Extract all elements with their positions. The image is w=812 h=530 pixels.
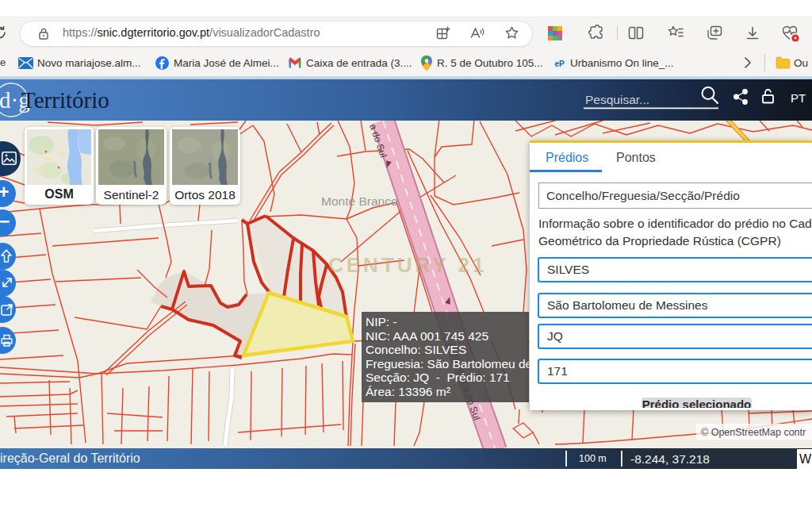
svg-text:Secção: JQ - Prédio: 171: Secção: JQ - Prédio: 171 bbox=[366, 371, 510, 384]
svg-text:CENTURY 21: CENTURY 21 bbox=[328, 253, 487, 277]
svg-text:Território: Território bbox=[21, 87, 109, 113]
svg-text:PT: PT bbox=[791, 91, 806, 105]
svg-text:Monte Branco: Monte Branco bbox=[321, 194, 398, 208]
svg-text:NIP: -: NIP: - bbox=[366, 315, 397, 328]
svg-text:© OpenStreetMap contr: © OpenStreetMap contr bbox=[701, 427, 806, 438]
svg-text:Pesquisar...: Pesquisar... bbox=[585, 93, 649, 106]
svg-text:NIC: AAA 001 745 425: NIC: AAA 001 745 425 bbox=[366, 329, 488, 343]
svg-text:Freguesia: São Bartolomeu de: Freguesia: São Bartolomeu de bbox=[366, 357, 532, 371]
svg-text:Área: 13396 m²: Área: 13396 m² bbox=[366, 385, 450, 398]
svg-text:eP: eP bbox=[554, 60, 565, 68]
svg-text:Concelho: SILVES: Concelho: SILVES bbox=[366, 343, 466, 356]
